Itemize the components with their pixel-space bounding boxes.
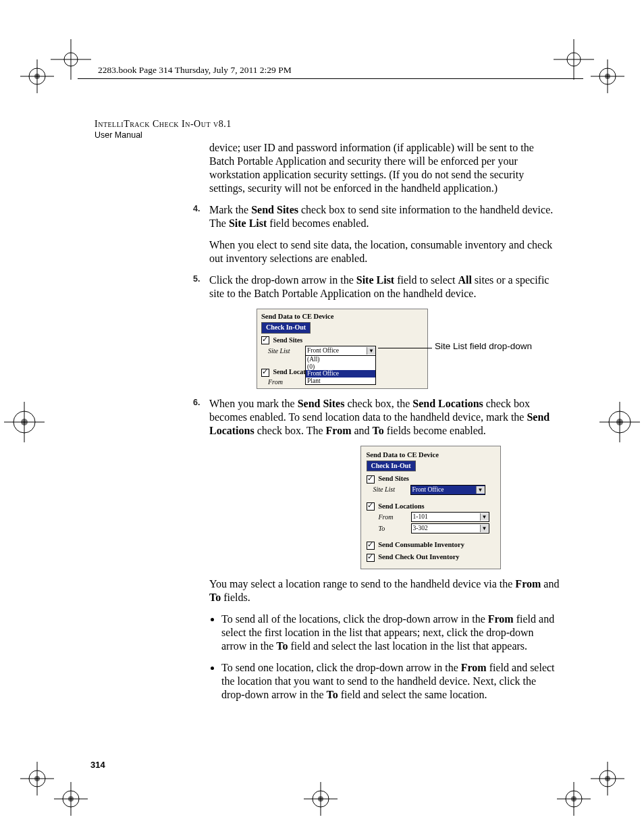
from-dropdown[interactable]: 1-101▼ — [411, 512, 489, 522]
crop-mark-icon — [599, 402, 640, 442]
doc-title: IntelliTrack Check In-Out v8.1 — [95, 118, 232, 130]
send-sites-row: Send Sites — [261, 336, 423, 345]
crop-mark-icon — [557, 782, 591, 816]
tab-check-in-out[interactable]: Check In-Out — [367, 461, 416, 472]
send-locations-label: Send Locations — [378, 502, 425, 510]
send-locations-checkbox[interactable] — [367, 502, 375, 511]
running-head: IntelliTrack Check In-Out v8.1 User Manu… — [95, 118, 232, 140]
bullet-2: To send one location, click the drop-dow… — [221, 661, 560, 702]
site-list-options[interactable]: (All) (0) Front Office Plant — [305, 355, 376, 385]
step-5-line-1: Click the drop-down arrow in the Site Li… — [209, 273, 560, 301]
chevron-down-icon[interactable]: ▼ — [476, 486, 485, 494]
send-data-panel-2: Send Data to CE Device Check In-Out Send… — [360, 446, 501, 569]
crop-mark-icon — [304, 782, 338, 816]
crop-mark-icon — [54, 782, 88, 816]
figure-2: Send Data to CE Device Check In-Out Send… — [300, 446, 560, 569]
after-figure-text: You may select a location range to send … — [209, 577, 560, 604]
crop-mark-icon — [20, 762, 54, 796]
send-data-panel: Send Data to CE Device Check In-Out Send… — [257, 309, 428, 389]
bullet-list: To send all of the locations, click the … — [209, 613, 560, 702]
step-6-line-1: When you mark the Send Sites check box, … — [209, 397, 560, 438]
crop-mark-icon — [20, 59, 54, 93]
send-locations-checkbox[interactable] — [261, 369, 269, 377]
crop-mark-icon — [4, 402, 45, 442]
step-6: 6. When you mark the Send Sites check bo… — [209, 397, 560, 438]
send-checkout-checkbox[interactable] — [367, 554, 375, 562]
site-list-dropdown[interactable]: Front Office▼ — [305, 346, 376, 356]
option-blank[interactable]: (0) — [306, 363, 375, 370]
page-number: 314 — [90, 760, 105, 770]
tab-check-in-out[interactable]: Check In-Out — [261, 322, 311, 334]
site-list-label: Site List — [367, 486, 410, 494]
chevron-down-icon[interactable]: ▼ — [367, 347, 375, 355]
send-consumable-label: Send Consumable Inventory — [378, 541, 464, 548]
callout-text: Site List field drop-down — [435, 341, 532, 352]
from-label: From — [367, 513, 411, 522]
crop-mark-icon — [51, 39, 91, 80]
option-all[interactable]: (All) — [306, 356, 375, 363]
send-sites-checkbox[interactable] — [261, 336, 269, 344]
intro-paragraph: device; user ID and password information… — [209, 141, 560, 195]
step-4-line-2: When you elect to send site data, the lo… — [209, 238, 560, 265]
option-plant[interactable]: Plant — [306, 377, 375, 384]
panel-title: Send Data to CE Device — [367, 450, 495, 459]
option-front-office[interactable]: Front Office — [306, 370, 375, 377]
from-label: From — [261, 378, 305, 387]
to-dropdown[interactable]: 3-302▼ — [411, 523, 489, 533]
page-header: 2283.book Page 314 Thursday, July 7, 201… — [98, 65, 292, 76]
header-rule — [78, 78, 583, 79]
send-checkout-label: Send Check Out Inventory — [378, 553, 459, 561]
callout-line — [378, 348, 432, 348]
crop-mark-icon — [591, 762, 624, 796]
figure-1: Send Data to CE Device Check In-Out Send… — [257, 309, 547, 389]
step-number: 4. — [193, 204, 200, 215]
doc-subtitle: User Manual — [95, 130, 232, 141]
crop-mark-icon — [591, 59, 624, 93]
chevron-down-icon[interactable]: ▼ — [480, 525, 489, 532]
step-5: 5. Click the drop-down arrow in the Site… — [209, 273, 560, 301]
crop-mark-icon — [554, 39, 594, 80]
send-consumable-checkbox[interactable] — [367, 542, 375, 550]
send-sites-label: Send Sites — [378, 475, 409, 482]
chevron-down-icon[interactable]: ▼ — [480, 513, 489, 521]
step-4: 4. Mark the Send Sites check box to send… — [209, 203, 560, 265]
step-4-line-1: Mark the Send Sites check box to send si… — [209, 203, 560, 230]
site-list-dropdown[interactable]: Front Office▼ — [410, 485, 485, 495]
send-sites-checkbox[interactable] — [367, 475, 375, 484]
bullet-1: To send all of the locations, click the … — [221, 613, 560, 653]
step-number: 5. — [193, 274, 200, 285]
to-label: To — [367, 525, 411, 533]
step-number: 6. — [193, 398, 200, 409]
panel-title: Send Data to CE Device — [261, 312, 423, 321]
send-sites-label: Send Sites — [273, 336, 303, 344]
site-list-label: Site List — [261, 347, 305, 356]
